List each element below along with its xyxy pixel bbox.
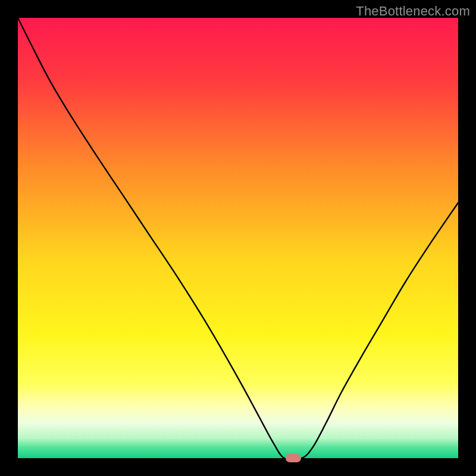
watermark-text: TheBottleneck.com [356, 4, 470, 19]
curve-layer [18, 18, 458, 458]
optimal-marker [286, 454, 301, 462]
bottleneck-curve [18, 18, 458, 458]
chart-frame: TheBottleneck.com [0, 0, 476, 476]
plot-area [18, 18, 458, 458]
